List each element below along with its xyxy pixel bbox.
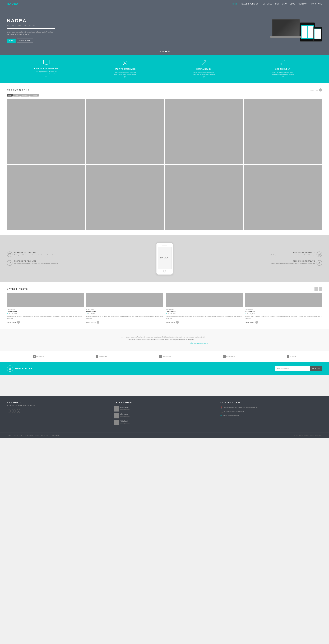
posts-prev-btn[interactable]: ‹ — [315, 287, 318, 290]
logo[interactable]: NADEA — [7, 2, 18, 5]
read-more-circle-0: › — [17, 321, 20, 324]
filter-photo[interactable]: PHOTO — [30, 94, 39, 96]
app-feature-icon-chart — [317, 252, 322, 257]
brand-graphicriver[interactable]: G graphicriver — [159, 355, 171, 358]
footer-nav-portfolio[interactable]: PORTFOLIO — [24, 434, 33, 436]
themeforest-icon: T — [96, 355, 98, 358]
footer-col-contact: CONTACT INFO 📍 Corporation, Inc. 325 Rob… — [220, 401, 322, 427]
testimonial-author: John Doe, CEO Company — [126, 342, 208, 344]
social-google[interactable]: g — [16, 409, 20, 413]
posts-grid: Lorem Ipsum Lorem Ipsum ⏱ Dec 07, 2014 P… — [7, 293, 322, 324]
read-more-0[interactable]: READ MORE › — [7, 321, 84, 324]
post-desc-0: Praesent blandit turpis leo, sit iaculis… — [7, 316, 84, 320]
nav-purchase[interactable]: PURCHASE — [311, 3, 322, 5]
view-all-btn[interactable]: VIEW ALL › — [310, 88, 322, 92]
newsletter-signup-btn[interactable]: SIGN UP — [310, 366, 322, 371]
social-facebook[interactable]: f — [7, 409, 11, 413]
footer-nav-purchase[interactable]: PURCHASE — [51, 434, 59, 436]
post-tag-3: Lorem Ipsum — [245, 308, 322, 310]
plane-icon — [192, 60, 216, 66]
read-more-1[interactable]: READ MORE › — [86, 321, 163, 324]
footer-post-info-1: Sled Lectus January 12, 2014 — [120, 413, 130, 417]
post-meta-2: ⏱ Dec 07, 2014 — [166, 313, 243, 315]
post-image-0 — [7, 293, 84, 307]
app-feature-right-0: RESPONSIVE TEMPLATE Sed ut perspiciatis … — [177, 252, 322, 257]
post-date-1: Dec 07, 2014 — [88, 313, 96, 315]
filter-design[interactable]: DESIGN — [20, 94, 29, 96]
footer-nav-features[interactable]: FEATURES — [14, 434, 22, 436]
buy-button[interactable]: BUY — [7, 38, 15, 43]
post-item-1: Lorem Ipsum Lorem Ipsum ⏱ Dec 07, 2014 P… — [86, 293, 163, 324]
work-item-7[interactable] — [165, 165, 243, 230]
filter-web[interactable]: WEB — [13, 94, 20, 96]
footer-nav-contact[interactable]: CONTACT — [41, 434, 49, 436]
post-item-2: Lorem Ipsum Lorem Ipsum ⏱ Dec 07, 2014 P… — [166, 293, 243, 324]
post-date-3: Dec 07, 2014 — [247, 313, 255, 315]
post-tag-1: Lorem Ipsum — [86, 308, 163, 310]
work-item-6[interactable] — [86, 165, 164, 230]
post-title-2: Lorem Ipsum — [166, 311, 243, 312]
big-phone-home-btn[interactable] — [163, 270, 166, 272]
svg-rect-12 — [319, 254, 320, 255]
latest-posts-title: LATEST POSTS — [7, 288, 28, 290]
brand-themeforest[interactable]: T themeforest — [96, 355, 107, 358]
brand-codecanyon[interactable]: C codecanyon — [223, 355, 235, 358]
view-all-circle: › — [319, 88, 322, 92]
filter-all[interactable]: ALL — [7, 94, 13, 96]
app-feature-title-right-0: RESPONSIVE TEMPLATE — [272, 252, 315, 253]
read-more-button[interactable]: READ MORE — [17, 38, 33, 43]
footer-post-0: Lorem Ipsum January 12, 2013 — [114, 406, 215, 412]
device-laptop — [269, 19, 303, 42]
read-more-3[interactable]: READ MORE › — [245, 321, 322, 324]
work-item-3[interactable] — [165, 99, 243, 164]
footer-contact-phone: 📞 (123)-456-7899 (123)-456-6014 — [220, 410, 322, 413]
chart-icon — [271, 60, 295, 66]
header: NADEA HOME HEADER VERSION FEATURES PORTF… — [0, 0, 329, 8]
app-feature-right-1: RESPONSIVE TEMPLATE Sed ut perspiciatis … — [177, 260, 322, 266]
dot-4[interactable] — [168, 51, 170, 52]
post-item-0: Lorem Ipsum Lorem Ipsum ⏱ Dec 07, 2014 P… — [7, 293, 84, 324]
feature-title-1: EASY TO CUSTOMIZE — [113, 68, 137, 70]
nav-contact[interactable]: CONTACT — [299, 3, 308, 5]
photodune-icon: P — [33, 355, 36, 358]
nav-features[interactable]: FEATURES — [262, 3, 272, 5]
nav-home[interactable]: HOME — [232, 3, 238, 5]
footer-post-title-1: Sled Lectus — [120, 413, 130, 415]
app-feature-title-right-1: RESPONSIVE TEMPLATE — [272, 260, 315, 262]
view-all-label: VIEW ALL — [310, 89, 318, 91]
posts-next-btn[interactable]: › — [319, 287, 322, 290]
newsletter-email-input[interactable] — [275, 366, 310, 371]
work-item-1[interactable] — [7, 99, 85, 164]
svg-rect-6 — [282, 62, 283, 65]
work-item-2[interactable] — [86, 99, 164, 164]
dot-3[interactable] — [165, 51, 167, 52]
work-item-5[interactable] — [7, 165, 85, 230]
app-feature-text-left-1: RESPONSIVE TEMPLATE Sed ut perspiciatis … — [14, 260, 57, 264]
nav-portfolio[interactable]: PORTFOLIO — [275, 3, 287, 5]
footer: SAY HELLO WE'D LOVE HEARING FROM YOU f t… — [0, 396, 329, 432]
nav-header-version[interactable]: HEADER VERSION — [241, 3, 259, 5]
footer-nav-home[interactable]: HOME — [7, 434, 11, 436]
laptop-screen-inner — [273, 20, 299, 36]
phone-screen — [314, 28, 322, 39]
app-feature-text-right-1: RESPONSIVE TEMPLATE Sed ut perspiciatis … — [272, 260, 315, 264]
read-more-label-0: READ MORE — [7, 322, 16, 323]
dot-2[interactable] — [162, 51, 164, 52]
read-more-label-1: READ MORE — [86, 322, 96, 323]
read-more-2[interactable]: READ MORE › — [166, 321, 243, 324]
hero-subtitle: MULTI PURPOSE THEME — [7, 24, 55, 29]
social-twitter[interactable]: t — [12, 409, 15, 413]
work-item-8[interactable] — [244, 165, 322, 230]
posts-nav: ‹ › — [315, 287, 322, 290]
read-more-label-3: READ MORE — [245, 322, 255, 323]
brand-3docean[interactable]: 3 3docean — [287, 355, 296, 358]
laptop-base — [270, 36, 301, 38]
nav-blog[interactable]: BLOG — [290, 3, 296, 5]
testimonial-text: Lorem ipsum dolor sit amet, consectetur … — [126, 336, 208, 341]
brand-photodune[interactable]: P photodune — [33, 355, 44, 358]
big-phone-label: NADEA — [160, 257, 169, 259]
footer-nav-blog[interactable]: BLOG — [35, 434, 39, 436]
work-item-4[interactable] — [244, 99, 322, 164]
dot-1[interactable] — [160, 51, 161, 52]
monitor-icon — [34, 60, 58, 66]
